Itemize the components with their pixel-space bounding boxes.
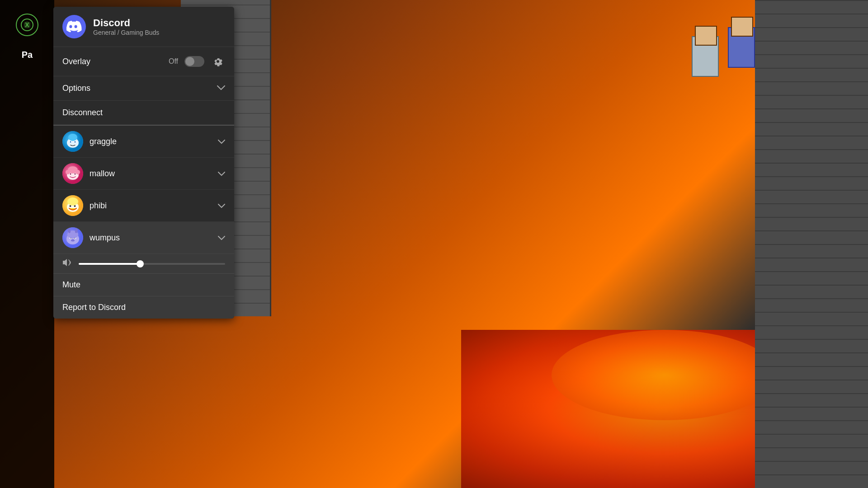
mc-char-1 [692,36,719,77]
overlay-controls: Off [169,54,225,69]
mute-label: Mute [62,280,80,289]
svg-point-13 [70,174,71,175]
volume-icon [62,258,72,269]
disconnect-label: Disconnect [62,108,103,117]
discord-channel-subtitle: General / Gaming Buds [93,29,159,36]
avatar-graggle [62,131,83,152]
disconnect-row[interactable]: Disconnect [53,101,234,125]
report-label: Report to Discord [62,303,126,312]
username-wumpus: wumpus [90,233,212,243]
user-chevron-wumpus [218,233,225,243]
overlay-label: Overlay [62,57,90,66]
volume-fill [79,263,140,265]
user-chevron-mallow [218,169,225,178]
xbox-sidebar: X Pa [0,0,54,488]
svg-point-17 [75,170,80,174]
lava-pool-2 [552,330,778,420]
svg-point-16 [66,170,70,174]
mc-characters [692,36,755,77]
volume-thumb [137,260,144,267]
svg-point-31 [71,239,75,242]
xbox-logo-icon: X [16,14,38,36]
discord-logo [62,15,86,38]
user-row-graggle[interactable]: graggle [53,126,234,158]
username-phibi: phibi [90,201,212,211]
discord-app-title: Discord [93,17,159,29]
options-chevron-icon [217,84,225,93]
svg-point-7 [75,141,76,143]
discord-panel: Discord General / Gaming Buds Overlay Of… [53,7,234,319]
options-label: Options [62,84,90,93]
mute-action-row[interactable]: Mute [53,273,234,296]
svg-point-14 [75,174,76,175]
svg-point-22 [70,205,71,207]
user-row-mallow[interactable]: mallow [53,158,234,190]
toggle-knob [185,57,194,66]
mc-wall-right [755,0,868,488]
username-mallow: mallow [90,169,212,178]
svg-point-24 [67,197,78,206]
svg-point-6 [70,141,71,143]
mc-char-2 [728,27,755,68]
svg-text:X: X [25,21,29,28]
volume-slider[interactable] [79,263,225,265]
overlay-state-text: Off [169,57,178,66]
user-row-phibi[interactable]: phibi [53,190,234,222]
discord-title-group: Discord General / Gaming Buds [93,17,159,36]
sidebar-page-label: Pa [22,50,33,60]
volume-control-row [53,254,234,273]
overlay-row: Overlay Off [53,47,234,76]
avatar-mallow [62,163,83,184]
discord-header: Discord General / Gaming Buds [53,7,234,47]
avatar-phibi [62,195,83,216]
avatar-wumpus [62,227,83,248]
user-chevron-phibi [218,201,225,211]
username-graggle: graggle [90,137,212,146]
overlay-toggle[interactable] [184,56,204,67]
user-chevron-graggle [218,137,225,146]
user-row-wumpus[interactable]: wumpus [53,222,234,254]
report-action-row[interactable]: Report to Discord [53,296,234,319]
overlay-settings-button[interactable] [211,54,225,69]
options-row[interactable]: Options [53,76,234,101]
